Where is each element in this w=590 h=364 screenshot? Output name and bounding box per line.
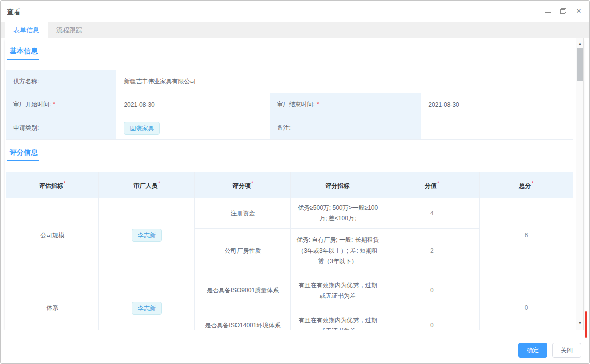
table-row: 公司规模 李志新 注册资金 优秀≥500万; 500万>一般≥100万; 差<1… [6, 198, 573, 229]
scrollbar-thumb[interactable] [577, 48, 583, 81]
table-row: 供方名称: 新疆吉丰伟业家具有限公司 [6, 70, 573, 93]
indicator-cell: 公司规模 [6, 198, 99, 273]
footer-buttons: 确定 关闭 [518, 343, 581, 358]
score-table: 评估指标* 审厂人员* 评分项* 评分指标 分值* 总分* 公司规模 李志新 注… [6, 172, 573, 330]
remark-value [421, 116, 573, 140]
supplier-name-value: 新疆吉丰伟业家具有限公司 [116, 70, 573, 93]
item-cell: 公司厂房性质 [195, 229, 291, 273]
category-tag: 固装家具 [124, 122, 160, 135]
indicator-cell: 体系 [6, 273, 99, 330]
titlebar: 查看 ✕ [1, 1, 589, 22]
score-cell: 2 [385, 229, 480, 273]
tab-form-info[interactable]: 表单信息 [5, 22, 48, 39]
score-cell: 0 [385, 273, 480, 308]
restore-icon[interactable] [560, 7, 567, 14]
audit-end-label: 审厂结束时间:* [270, 93, 421, 116]
score-table-header-row: 评估指标* 审厂人员* 评分项* 评分指标 分值* 总分* [6, 172, 573, 198]
close-icon[interactable]: ✕ [575, 7, 582, 14]
auditor-tag: 李志新 [132, 302, 162, 315]
criteria-cell: 有且在有效期内为优秀，过期或无证书为差 [291, 273, 385, 308]
required-mark: * [317, 101, 319, 108]
category-label: 申请类别: [6, 116, 116, 140]
tab-process-tracking[interactable]: 流程跟踪 [48, 22, 91, 38]
col-header-total: 总分* [479, 172, 573, 198]
auditor-tag: 李志新 [132, 229, 162, 242]
tab-bar: 表单信息 流程跟踪 [1, 22, 589, 38]
table-row: 审厂开始时间:* 2021-08-30 审厂结束时间:* 2021-08-30 [6, 93, 573, 116]
item-cell: 是否具备ISO9001质量体系 [195, 273, 291, 308]
supplier-name-label: 供方名称: [6, 70, 116, 93]
scroll-up-icon[interactable]: ▲ [576, 40, 584, 47]
dialog-footer: 确定 关闭 [1, 330, 589, 363]
auditor-cell: 李志新 [99, 273, 195, 330]
col-header-criteria: 评分指标 [291, 172, 385, 198]
section-basic-info: 基本信息 [7, 47, 39, 60]
table-row: 申请类别: 固装家具 备注: [6, 116, 573, 140]
required-mark: * [437, 180, 439, 186]
required-mark: * [64, 180, 66, 186]
form-content: 基本信息 供方名称: 新疆吉丰伟业家具有限公司 审厂开始时间:* 2021-08… [5, 38, 576, 330]
score-cell: 0 [385, 308, 480, 330]
auditor-cell: 李志新 [99, 198, 195, 273]
required-mark: * [53, 101, 55, 108]
table-row: 体系 李志新 是否具备ISO9001质量体系 有且在有效期内为优秀，过期或无证书… [6, 273, 573, 308]
confirm-button[interactable]: 确定 [518, 343, 547, 358]
item-cell: 是否具备ISO14001环境体系 [195, 308, 291, 330]
audit-start-label: 审厂开始时间:* [6, 93, 116, 116]
view-dialog: 查看 ✕ 表单信息 流程跟踪 基本信息 供方名称: 新疆吉丰伟业家具有限公司 审… [0, 0, 590, 364]
audit-start-value: 2021-08-30 [116, 93, 270, 116]
item-cell: 注册资金 [195, 198, 291, 229]
criteria-cell: 优秀: 自有厂房; 一般: 长期租赁（3年或3年以上）; 差: 短期租赁（3年以… [291, 229, 385, 273]
required-mark: * [158, 180, 160, 186]
total-cell: 0 [479, 273, 573, 330]
col-header-auditor: 审厂人员* [99, 172, 195, 198]
window-controls: ✕ [544, 7, 582, 14]
dialog-title: 查看 [7, 8, 21, 17]
col-header-indicator: 评估指标* [6, 172, 99, 198]
form-content-panel: 基本信息 供方名称: 新疆吉丰伟业家具有限公司 审厂开始时间:* 2021-08… [5, 38, 584, 330]
basic-info-table: 供方名称: 新疆吉丰伟业家具有限公司 审厂开始时间:* 2021-08-30 审… [6, 70, 573, 140]
minimize-icon[interactable] [544, 7, 551, 14]
col-header-score: 分值* [385, 172, 480, 198]
criteria-cell: 有且在有效期内为优秀，过期或无证书为差 [291, 308, 385, 330]
category-value: 固装家具 [116, 116, 270, 140]
section-score-info: 评分信息 [7, 148, 39, 161]
red-scroll-indicator [585, 311, 587, 338]
required-mark: * [251, 180, 253, 186]
audit-end-value: 2021-08-30 [421, 93, 573, 116]
total-cell: 6 [479, 198, 573, 273]
close-button[interactable]: 关闭 [552, 343, 581, 358]
score-cell: 4 [385, 198, 480, 229]
col-header-item: 评分项* [195, 172, 291, 198]
criteria-cell: 优秀≥500万; 500万>一般≥100万; 差<100万; [291, 198, 385, 229]
vertical-scrollbar[interactable]: ▲ ▼ [576, 38, 583, 330]
remark-label: 备注: [270, 116, 421, 140]
scroll-down-icon[interactable]: ▼ [576, 319, 584, 327]
required-mark: * [531, 180, 533, 186]
